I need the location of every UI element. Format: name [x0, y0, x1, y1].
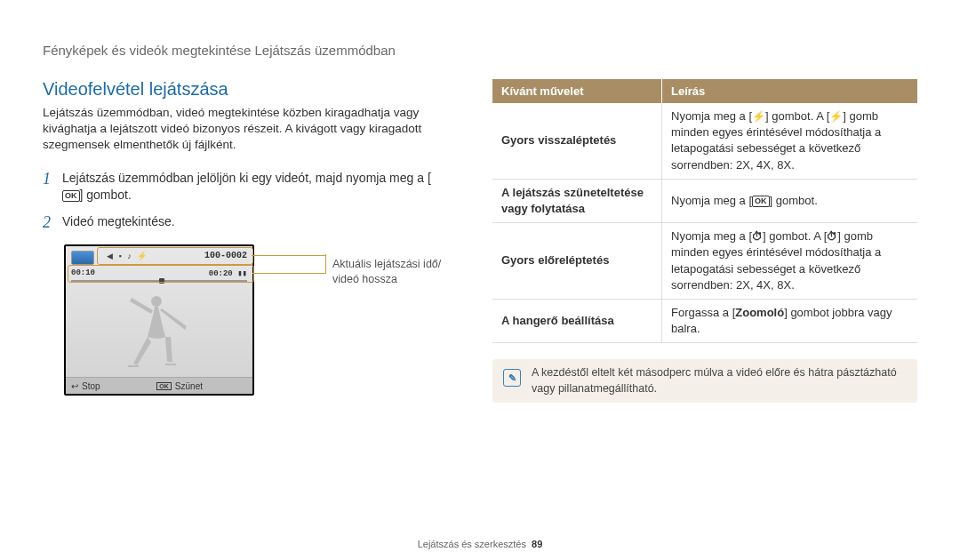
progress-bar: [71, 280, 247, 282]
section-title: Videofelvétel lejátszása: [43, 79, 443, 100]
op-cell: A lejátszás szüneteltetése vagy folytatá…: [492, 179, 662, 222]
steps-list: 1 Lejátszás üzemmódban jelöljön ki egy v…: [43, 170, 443, 233]
back-arrow-icon: ↩: [71, 381, 78, 391]
op-cell: Gyors visszaléptetés: [492, 103, 662, 179]
figure-skater-icon: [121, 294, 201, 371]
ok-icon: OK: [752, 196, 770, 207]
camera-mockup: ◀ ▪ ♪ ⚡ 100-0002 00:10 00:20 ▮▮: [64, 244, 258, 399]
svg-rect-2: [165, 364, 176, 365]
flash-icon: ⚡: [829, 109, 843, 124]
intro-paragraph: Lejátszás üzemmódban, videó megtekintése…: [43, 105, 443, 154]
desc-cell: Forgassa a [Zoomoló] gombot jobbra vagy …: [662, 299, 918, 342]
stop-label: Stop: [82, 381, 100, 391]
desc-cell: Nyomja meg a [⚡] gombot. A [⚡] gomb mind…: [662, 103, 918, 179]
desc-cell: Nyomja meg a [⏱] gombot. A [⏱] gomb mind…: [662, 223, 918, 300]
svg-rect-1: [128, 365, 139, 367]
table-row: Gyors előreléptetés Nyomja meg a [⏱] gom…: [492, 223, 917, 300]
step-2: 2 Videó megtekintése.: [43, 213, 443, 233]
svg-point-0: [151, 296, 162, 307]
note-icon: ✎: [503, 369, 521, 387]
op-cell: A hangerő beállítása: [492, 299, 662, 342]
step-number: 2: [43, 213, 62, 233]
timer-icon: ⏱: [827, 229, 837, 244]
ok-icon: OK: [156, 382, 172, 390]
battery-icon: ▮▮: [237, 269, 247, 278]
leader-line-1: [252, 255, 326, 256]
op-cell: Gyors előreléptetés: [492, 223, 662, 300]
flash-icon: ⚡: [752, 109, 765, 124]
table-row: Gyors visszaléptetés Nyomja meg a [⚡] go…: [492, 103, 917, 179]
note-box: ✎ A kezdéstől eltelt két másodperc múlva…: [492, 359, 917, 403]
step-1-text-after: ] gombot.: [80, 188, 132, 202]
ok-icon: OK: [62, 190, 80, 202]
pause-label: Szünet: [175, 381, 203, 391]
leader-line-2: [252, 273, 326, 274]
file-counter: 100-0002: [204, 251, 247, 260]
page-footer: Lejátszás és szerkesztés 89: [0, 539, 960, 549]
operations-table: Kívánt művelet Leírás Gyors visszaléptet…: [492, 79, 917, 343]
thumbnail-icon: [71, 251, 94, 265]
step-2-text: Videó megtekintése.: [62, 213, 175, 231]
timer-icon: ⏱: [752, 229, 763, 244]
step-number: 1: [43, 170, 62, 189]
note-text: A kezdéstől eltelt két másodperc múlva a…: [532, 365, 907, 396]
figure-caption: Aktuális lejátszási idő/ videó hossza: [258, 244, 441, 287]
table-row: A lejátszás szüneteltetése vagy folytatá…: [492, 179, 917, 222]
total-time: 00:20: [209, 269, 233, 278]
footer-chapter: Lejátszás és szerkesztés: [418, 539, 526, 549]
table-row: A hangerő beállítása Forgassa a [Zoomoló…: [492, 299, 917, 342]
page-header: Fényképek és videók megtekintése Lejátsz…: [43, 43, 917, 58]
step-1-text-before: Lejátszás üzemmódban jelöljön ki egy vid…: [62, 171, 431, 185]
zoom-bold: Zoomoló: [735, 306, 784, 319]
desc-cell: Nyomja meg a [OK] gombot.: [662, 179, 918, 222]
leader-join: [325, 254, 326, 274]
page-number: 89: [532, 539, 542, 549]
table-header-desc: Leírás: [662, 79, 918, 103]
stop-button: ↩ Stop: [66, 381, 100, 391]
step-1: 1 Lejátszás üzemmódban jelöljön ki egy v…: [43, 170, 443, 204]
elapsed-time: 00:10: [71, 268, 95, 277]
table-header-op: Kívánt művelet: [492, 79, 662, 103]
top-icons: ◀ ▪ ♪ ⚡: [107, 252, 148, 260]
pause-button: OK Szünet: [156, 381, 252, 391]
